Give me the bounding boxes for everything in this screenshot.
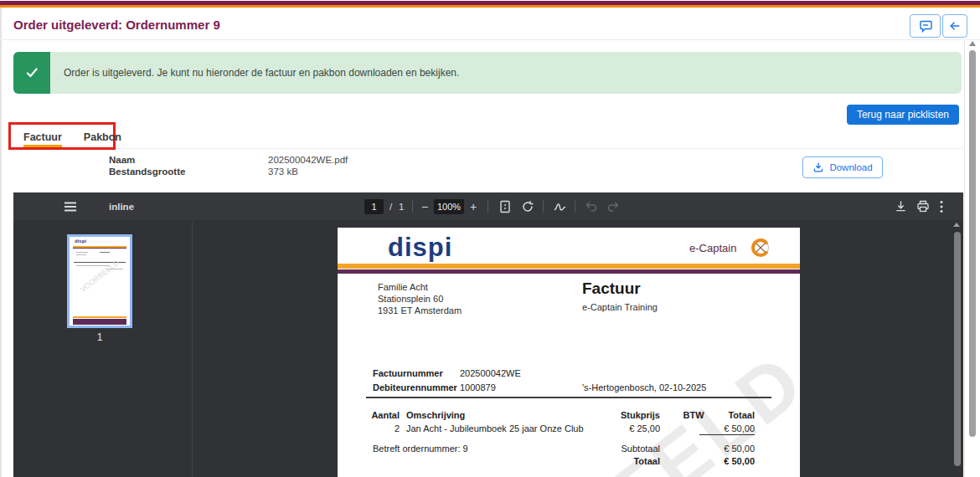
file-size-value: 373 kB	[268, 167, 298, 177]
fit-page-icon	[499, 200, 511, 213]
hamburger-icon	[64, 201, 77, 213]
place-date: 's-Hertogenbosch, 02-10-2025	[582, 382, 706, 392]
page-number-input[interactable]: 1	[364, 192, 384, 220]
pdf-toolbar: inline 1 / 1 − 100% +	[13, 192, 963, 220]
totals-separator-line	[699, 434, 755, 435]
pdf-scroll-up-arrow[interactable]	[953, 223, 960, 227]
thumbnail-page-number: 1	[67, 331, 132, 343]
recipient-street: Stationsplein 60	[378, 293, 462, 305]
pdf-viewer: inline 1 / 1 − 100% +	[13, 192, 963, 477]
page-total: 1	[399, 192, 404, 220]
header-divider	[0, 39, 980, 40]
tabs-annotation-box: Factuur Pakbon	[8, 122, 116, 150]
sidebar-toggle-button[interactable]	[64, 192, 77, 220]
invoice-rule	[366, 397, 771, 398]
toolbar-separator	[487, 200, 488, 213]
thumbnail-footer-orange	[73, 316, 126, 318]
download-button[interactable]: Download	[802, 156, 883, 178]
page-divider: /	[389, 192, 392, 220]
thumbnail-watermark: VOORBEELD	[68, 250, 132, 302]
printer-icon	[916, 200, 930, 213]
order-reference: Betreft ordernummer: 9	[373, 444, 468, 454]
more-options-button[interactable]	[940, 192, 943, 220]
print-button[interactable]	[916, 192, 930, 220]
invoice-number-label: Factuurnummer	[373, 368, 443, 378]
tab-factuur[interactable]: Factuur	[23, 131, 62, 147]
page-scroll-up-arrow[interactable]	[969, 41, 976, 46]
back-button[interactable]	[942, 14, 967, 38]
redo-button[interactable]	[606, 192, 620, 220]
thumbnail-footer-purple	[73, 319, 126, 325]
content-right-divider	[964, 40, 965, 477]
redo-icon	[606, 201, 620, 213]
invoice-subtitle: e-Captain Training	[582, 302, 658, 312]
invoice-page: VOORBEELD dispi e-Captain Familie Acht S…	[338, 228, 800, 477]
window-left-edge	[0, 8, 2, 477]
col-header-unit-price: Stukprijs	[572, 410, 660, 420]
download-icon	[812, 162, 824, 173]
pdf-scrollbar-thumb[interactable]	[954, 232, 961, 466]
brand-bar-orange	[0, 5, 980, 8]
check-icon	[13, 52, 50, 94]
row-qty: 2	[349, 423, 400, 433]
document-title: inline	[109, 192, 134, 220]
arrow-left-icon	[949, 20, 961, 32]
invoice-number-value: 202500042WE	[460, 368, 521, 378]
invoice-title: Factuur	[582, 280, 641, 298]
success-alert: Order is uitgeleverd. Je kunt nu hierond…	[13, 52, 962, 94]
pen-squiggle-icon	[553, 200, 567, 213]
thumbnail-text-line	[76, 254, 86, 255]
debtor-number-value: 1000879	[460, 382, 496, 392]
undo-icon	[585, 201, 598, 213]
tabs-baseline	[8, 148, 963, 149]
row-total: € 50,00	[689, 423, 755, 433]
order-delivered-page: Order uitgeleverd: Ordernummer 9 Order i…	[0, 0, 980, 477]
debtor-number-label: Debiteurennummer	[373, 382, 457, 392]
recipient-address: Familie Acht Stationsplein 60 1931 ET Am…	[378, 281, 462, 316]
row-unit-price: € 25,00	[572, 423, 660, 433]
col-header-qty: Aantal	[349, 410, 400, 420]
annotate-button[interactable]	[553, 192, 567, 220]
thumbnail-purple-bar	[73, 248, 126, 249]
toolbar-separator	[412, 200, 413, 213]
total-value: € 50,00	[689, 456, 755, 466]
zoom-level-input[interactable]: 100%	[434, 192, 464, 220]
thumbnail-text-line	[76, 252, 88, 253]
thumbnail-logo: dispi	[75, 238, 86, 244]
zoom-in-button[interactable]: +	[470, 192, 477, 220]
download-icon	[895, 200, 907, 213]
col-header-description: Omschrijving	[406, 410, 465, 420]
subtotal-label: Subtotaal	[572, 444, 660, 454]
file-name-label: Naam	[109, 155, 135, 165]
ecaptain-logo-icon	[750, 237, 771, 259]
comment-icon	[919, 19, 932, 33]
row-description: Jan Acht - Jubileumboek 25 jaar Onze Clu…	[406, 423, 584, 433]
page-scrollbar-thumb[interactable]	[969, 50, 976, 437]
page-thumbnail[interactable]: dispi VOORBEELD	[67, 234, 132, 328]
download-button-label: Download	[829, 162, 872, 172]
kebab-menu-icon	[940, 200, 943, 213]
pdf-content-area: dispi VOORBEELD 1 VOORBEELD dispi e-Capt…	[13, 220, 963, 477]
zoom-out-button[interactable]: −	[421, 192, 428, 220]
sidebar-divider	[192, 220, 193, 477]
toolbar-separator	[575, 200, 575, 213]
recipient-name: Familie Acht	[378, 281, 462, 293]
file-size-label: Bestandsgrootte	[109, 167, 185, 177]
undo-button[interactable]	[585, 192, 598, 220]
ecaptain-brand: e-Captain	[689, 242, 736, 254]
col-header-total: Totaal	[689, 410, 755, 420]
invoice-purple-bar	[338, 269, 800, 274]
comment-button[interactable]	[910, 14, 941, 38]
recipient-city: 1931 ET Amsterdam	[378, 305, 462, 316]
file-name-value: 202500042WE.pdf	[268, 155, 348, 165]
page-title: Order uitgeleverd: Ordernummer 9	[13, 18, 220, 32]
fit-page-button[interactable]	[499, 192, 511, 220]
invoice-orange-bar	[338, 264, 800, 269]
alert-message: Order is uitgeleverd. Je kunt nu hierond…	[64, 67, 459, 79]
tab-pakbon[interactable]: Pakbon	[84, 131, 121, 147]
subtotal-value: € 50,00	[689, 444, 755, 454]
rotate-button[interactable]	[521, 192, 534, 220]
rotate-icon	[521, 200, 534, 213]
pdf-download-button[interactable]	[895, 192, 907, 220]
back-to-picklists-button[interactable]: Terug naar picklisten	[847, 105, 959, 125]
